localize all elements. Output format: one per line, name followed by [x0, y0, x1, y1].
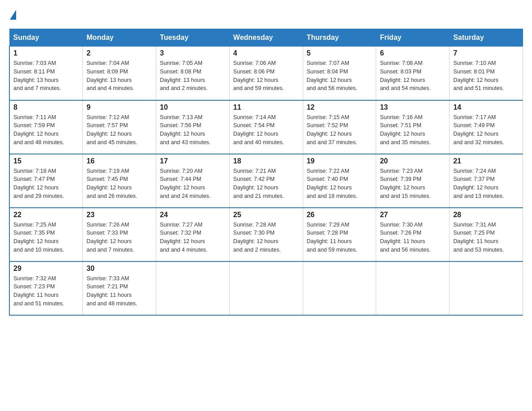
- week-row-5: 29Sunrise: 7:32 AMSunset: 7:23 PMDayligh…: [9, 261, 523, 315]
- day-header-saturday: Saturday: [450, 29, 523, 47]
- day-details: Sunrise: 7:10 AMSunset: 8:01 PMDaylight:…: [453, 59, 519, 93]
- day-number: 23: [86, 211, 152, 219]
- calendar-cell-13: 13Sunrise: 7:16 AMSunset: 7:51 PMDayligh…: [376, 100, 450, 154]
- day-header-monday: Monday: [83, 29, 156, 47]
- day-number: 19: [307, 157, 373, 165]
- calendar-cell-18: 18Sunrise: 7:21 AMSunset: 7:42 PMDayligh…: [229, 154, 303, 208]
- page-header: [9, 9, 523, 20]
- days-header-row: SundayMondayTuesdayWednesdayThursdayFrid…: [9, 29, 523, 47]
- day-number: 6: [380, 49, 446, 57]
- day-number: 14: [453, 103, 519, 111]
- calendar-cell-11: 11Sunrise: 7:14 AMSunset: 7:54 PMDayligh…: [229, 100, 303, 154]
- calendar-cell-6: 6Sunrise: 7:08 AMSunset: 8:03 PMDaylight…: [376, 47, 450, 100]
- day-number: 1: [13, 49, 79, 57]
- day-details: Sunrise: 7:26 AMSunset: 7:33 PMDaylight:…: [86, 221, 152, 254]
- day-number: 3: [160, 49, 226, 57]
- day-header-friday: Friday: [376, 29, 450, 47]
- calendar-cell-23: 23Sunrise: 7:26 AMSunset: 7:33 PMDayligh…: [83, 208, 156, 261]
- day-header-tuesday: Tuesday: [156, 29, 230, 47]
- day-details: Sunrise: 7:13 AMSunset: 7:56 PMDaylight:…: [160, 113, 226, 147]
- day-details: Sunrise: 7:31 AMSunset: 7:25 PMDaylight:…: [453, 221, 519, 254]
- day-details: Sunrise: 7:08 AMSunset: 8:03 PMDaylight:…: [380, 59, 446, 93]
- calendar-cell-22: 22Sunrise: 7:25 AMSunset: 7:35 PMDayligh…: [9, 208, 83, 261]
- day-number: 5: [307, 49, 373, 57]
- day-details: Sunrise: 7:22 AMSunset: 7:40 PMDaylight:…: [307, 167, 373, 201]
- logo: [9, 9, 16, 20]
- calendar-table: SundayMondayTuesdayWednesdayThursdayFrid…: [9, 29, 523, 316]
- day-details: Sunrise: 7:30 AMSunset: 7:26 PMDaylight:…: [380, 221, 446, 254]
- day-number: 2: [86, 49, 152, 57]
- day-details: Sunrise: 7:16 AMSunset: 7:51 PMDaylight:…: [380, 113, 446, 147]
- calendar-cell-29: 29Sunrise: 7:32 AMSunset: 7:23 PMDayligh…: [9, 261, 83, 315]
- day-number: 26: [307, 211, 373, 219]
- day-details: Sunrise: 7:07 AMSunset: 8:04 PMDaylight:…: [307, 59, 373, 93]
- calendar-cell-28: 28Sunrise: 7:31 AMSunset: 7:25 PMDayligh…: [450, 208, 523, 261]
- day-number: 15: [13, 157, 79, 165]
- day-details: Sunrise: 7:05 AMSunset: 8:08 PMDaylight:…: [160, 59, 226, 93]
- day-details: Sunrise: 7:32 AMSunset: 7:23 PMDaylight:…: [13, 274, 79, 308]
- calendar-cell-20: 20Sunrise: 7:23 AMSunset: 7:39 PMDayligh…: [376, 154, 450, 208]
- day-details: Sunrise: 7:21 AMSunset: 7:42 PMDaylight:…: [233, 167, 299, 201]
- calendar-cell-21: 21Sunrise: 7:24 AMSunset: 7:37 PMDayligh…: [450, 154, 523, 208]
- calendar-cell-17: 17Sunrise: 7:20 AMSunset: 7:44 PMDayligh…: [156, 154, 230, 208]
- day-number: 30: [86, 265, 152, 273]
- day-details: Sunrise: 7:03 AMSunset: 8:11 PMDaylight:…: [13, 59, 79, 93]
- day-details: Sunrise: 7:18 AMSunset: 7:47 PMDaylight:…: [13, 167, 79, 201]
- day-number: 24: [160, 211, 226, 219]
- day-number: 28: [453, 211, 519, 219]
- day-number: 9: [86, 103, 152, 111]
- calendar-cell-26: 26Sunrise: 7:29 AMSunset: 7:28 PMDayligh…: [303, 208, 376, 261]
- calendar-cell-10: 10Sunrise: 7:13 AMSunset: 7:56 PMDayligh…: [156, 100, 230, 154]
- day-details: Sunrise: 7:24 AMSunset: 7:37 PMDaylight:…: [453, 167, 519, 201]
- week-row-4: 22Sunrise: 7:25 AMSunset: 7:35 PMDayligh…: [9, 208, 523, 261]
- day-number: 10: [160, 103, 226, 111]
- day-details: Sunrise: 7:12 AMSunset: 7:57 PMDaylight:…: [86, 113, 152, 147]
- day-header-wednesday: Wednesday: [229, 29, 303, 47]
- calendar-cell-4: 4Sunrise: 7:06 AMSunset: 8:06 PMDaylight…: [229, 47, 303, 100]
- day-number: 21: [453, 157, 519, 165]
- day-details: Sunrise: 7:23 AMSunset: 7:39 PMDaylight:…: [380, 167, 446, 201]
- calendar-cell-35: [450, 261, 523, 315]
- day-details: Sunrise: 7:04 AMSunset: 8:09 PMDaylight:…: [86, 59, 152, 93]
- day-number: 22: [13, 211, 79, 219]
- week-row-2: 8Sunrise: 7:11 AMSunset: 7:59 PMDaylight…: [9, 100, 523, 154]
- day-details: Sunrise: 7:11 AMSunset: 7:59 PMDaylight:…: [13, 113, 79, 147]
- day-details: Sunrise: 7:28 AMSunset: 7:30 PMDaylight:…: [233, 221, 299, 254]
- calendar-cell-3: 3Sunrise: 7:05 AMSunset: 8:08 PMDaylight…: [156, 47, 230, 100]
- day-header-thursday: Thursday: [303, 29, 376, 47]
- day-number: 17: [160, 157, 226, 165]
- calendar-cell-7: 7Sunrise: 7:10 AMSunset: 8:01 PMDaylight…: [450, 47, 523, 100]
- calendar-cell-24: 24Sunrise: 7:27 AMSunset: 7:32 PMDayligh…: [156, 208, 230, 261]
- calendar-cell-33: [303, 261, 376, 315]
- day-details: Sunrise: 7:14 AMSunset: 7:54 PMDaylight:…: [233, 113, 299, 147]
- logo-triangle-icon: [10, 10, 16, 20]
- day-number: 29: [13, 265, 79, 273]
- calendar-cell-16: 16Sunrise: 7:19 AMSunset: 7:45 PMDayligh…: [83, 154, 156, 208]
- day-details: Sunrise: 7:33 AMSunset: 7:21 PMDaylight:…: [86, 274, 152, 308]
- day-details: Sunrise: 7:27 AMSunset: 7:32 PMDaylight:…: [160, 221, 226, 254]
- calendar-cell-2: 2Sunrise: 7:04 AMSunset: 8:09 PMDaylight…: [83, 47, 156, 100]
- day-header-sunday: Sunday: [9, 29, 83, 47]
- calendar-cell-25: 25Sunrise: 7:28 AMSunset: 7:30 PMDayligh…: [229, 208, 303, 261]
- calendar-cell-27: 27Sunrise: 7:30 AMSunset: 7:26 PMDayligh…: [376, 208, 450, 261]
- day-details: Sunrise: 7:19 AMSunset: 7:45 PMDaylight:…: [86, 167, 152, 201]
- day-details: Sunrise: 7:06 AMSunset: 8:06 PMDaylight:…: [233, 59, 299, 93]
- day-number: 4: [233, 49, 299, 57]
- day-number: 12: [307, 103, 373, 111]
- calendar-cell-14: 14Sunrise: 7:17 AMSunset: 7:49 PMDayligh…: [450, 100, 523, 154]
- week-row-3: 15Sunrise: 7:18 AMSunset: 7:47 PMDayligh…: [9, 154, 523, 208]
- day-number: 27: [380, 211, 446, 219]
- day-number: 8: [13, 103, 79, 111]
- calendar-cell-32: [229, 261, 303, 315]
- day-details: Sunrise: 7:15 AMSunset: 7:52 PMDaylight:…: [307, 113, 373, 147]
- day-details: Sunrise: 7:29 AMSunset: 7:28 PMDaylight:…: [307, 221, 373, 254]
- day-number: 16: [86, 157, 152, 165]
- day-number: 20: [380, 157, 446, 165]
- day-details: Sunrise: 7:17 AMSunset: 7:49 PMDaylight:…: [453, 113, 519, 147]
- day-details: Sunrise: 7:20 AMSunset: 7:44 PMDaylight:…: [160, 167, 226, 201]
- calendar-cell-5: 5Sunrise: 7:07 AMSunset: 8:04 PMDaylight…: [303, 47, 376, 100]
- calendar-cell-15: 15Sunrise: 7:18 AMSunset: 7:47 PMDayligh…: [9, 154, 83, 208]
- calendar-cell-34: [376, 261, 450, 315]
- calendar-cell-8: 8Sunrise: 7:11 AMSunset: 7:59 PMDaylight…: [9, 100, 83, 154]
- calendar-cell-19: 19Sunrise: 7:22 AMSunset: 7:40 PMDayligh…: [303, 154, 376, 208]
